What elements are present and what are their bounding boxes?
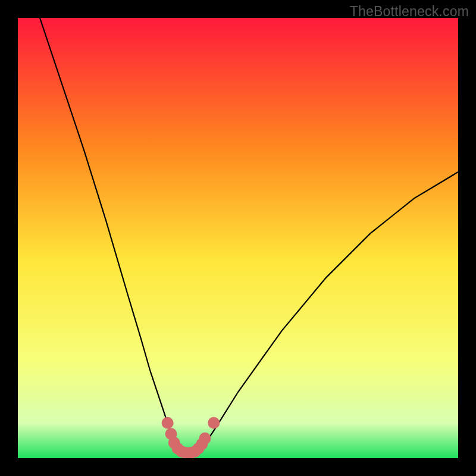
curve-marker (199, 433, 211, 444)
plot-area (18, 18, 458, 458)
curve-marker (208, 417, 220, 429)
plot-svg (18, 18, 458, 458)
chart-stage: TheBottleneck.com (0, 0, 476, 476)
watermark-text: TheBottleneck.com (350, 4, 469, 20)
curve-marker (162, 417, 174, 429)
